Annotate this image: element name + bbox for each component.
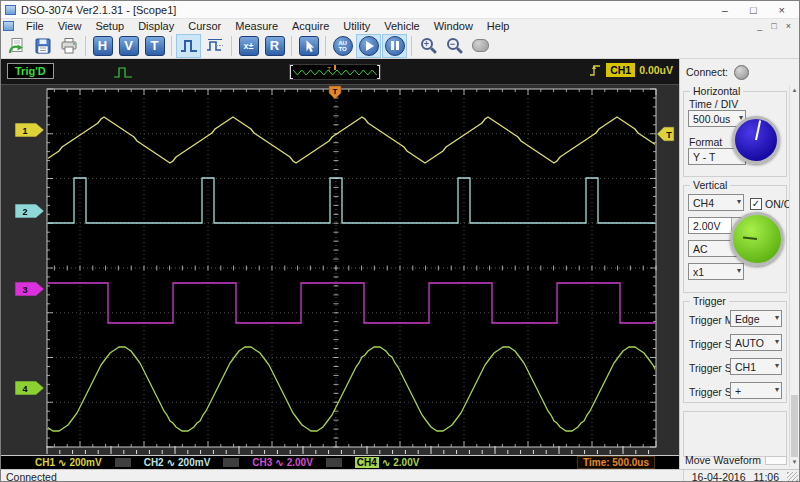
auto-icon: AUTO <box>333 36 353 56</box>
connect-led-icon <box>734 65 749 80</box>
menu-utility[interactable]: Utility <box>336 20 377 33</box>
resize-grip[interactable] <box>787 472 798 482</box>
menu-help[interactable]: Help <box>480 20 517 33</box>
ch1-readout[interactable]: CH1∿200mV <box>31 457 106 468</box>
run-button[interactable] <box>356 34 381 58</box>
channel-2-position-marker[interactable] <box>15 204 44 218</box>
trigger-slope-select[interactable]: +▾ <box>730 382 782 399</box>
menu-view[interactable]: View <box>51 20 89 33</box>
scope-area: Trig'D T CH1 0.00uV <box>1 59 679 469</box>
trigger-mode-select[interactable]: Edge▾ <box>730 310 782 327</box>
trigger-source-badge: CH1 <box>606 63 635 77</box>
vertical-knob[interactable] <box>730 212 784 266</box>
auto-setup-button[interactable]: AUTO <box>330 34 355 58</box>
waveform-display[interactable]: 1234TT <box>1 85 679 456</box>
ch4-readout[interactable]: CH4∿2.00V <box>351 457 424 468</box>
trigger-setup-button[interactable]: T <box>142 34 167 58</box>
horizontal-setup-button[interactable]: H <box>90 34 115 58</box>
play-icon <box>359 36 379 56</box>
menu-setup[interactable]: Setup <box>88 20 131 33</box>
knob-pointer-icon <box>743 237 757 240</box>
ac-coupling-icon: ∿ <box>167 457 175 468</box>
ac-coupling-icon: ∿ <box>275 457 283 468</box>
scroll-down-icon[interactable]: ▼ <box>790 457 799 467</box>
toolbar: H V T x± R AUTO <box>1 33 799 59</box>
horizontal-knob[interactable] <box>732 116 780 164</box>
channel-1-position-marker[interactable] <box>15 123 44 137</box>
preview-wave-icon: T <box>290 65 380 79</box>
toolbar-separator <box>171 36 172 56</box>
save-button[interactable] <box>30 34 55 58</box>
mdi-minimize-button[interactable]: _ <box>757 21 762 31</box>
reserved-group <box>683 411 787 457</box>
menu-vehicle[interactable]: Vehicle <box>377 20 426 33</box>
channel-marker-label: 2 <box>22 207 27 217</box>
format-label: Format <box>689 136 722 148</box>
channel-onoff-checkbox[interactable]: ✓ <box>750 198 762 210</box>
ref-waveform-button[interactable]: R <box>262 34 287 58</box>
readout-separator <box>223 458 239 467</box>
svg-text:T: T <box>327 66 331 72</box>
vertical-group: Vertical CH4▾ ✓ ON/OFF 2.00V ▴▾ AC▾ x1▾ <box>683 185 787 293</box>
menu-display[interactable]: Display <box>131 20 181 33</box>
title-bar: DSO-3074 Ver2.1.31 - [Scope1] – □ × <box>1 1 799 19</box>
chevron-down-icon: ▾ <box>775 361 779 370</box>
waveform-display-button[interactable] <box>176 34 201 58</box>
close-button[interactable]: × <box>779 3 785 17</box>
menu-acquire[interactable]: Acquire <box>285 20 336 33</box>
channel-3-position-marker[interactable] <box>15 282 44 296</box>
ac-coupling-icon: ∿ <box>382 457 390 468</box>
measure-display-button[interactable] <box>202 34 227 58</box>
channel-marker-label: 1 <box>22 126 27 136</box>
ch3-readout[interactable]: CH3∿2.00V <box>248 457 317 468</box>
toolbar-separator <box>231 36 232 56</box>
datetime-panel: 16-04-2016 11:06 <box>683 470 787 482</box>
vertical-setup-button[interactable]: V <box>116 34 141 58</box>
channel-marker-label: 3 <box>22 285 27 295</box>
trigger-source-select[interactable]: CH1▾ <box>730 358 782 375</box>
trigger-level-value: 0.00uV <box>639 64 673 76</box>
open-file-icon <box>7 36 27 56</box>
toolbar-separator <box>85 36 86 56</box>
menu-bar: File View Setup Display Cursor Measure A… <box>1 19 799 33</box>
cursor-arrow-icon <box>299 36 319 56</box>
math-button[interactable]: x± <box>236 34 261 58</box>
move-waveform-track[interactable] <box>765 456 787 465</box>
pause-button[interactable] <box>382 34 407 58</box>
zoom-in-button[interactable]: + <box>416 34 441 58</box>
scrollbar-thumb[interactable] <box>791 395 798 457</box>
chevron-down-icon: ▾ <box>775 337 779 346</box>
open-file-button[interactable] <box>4 34 29 58</box>
menu-cursor[interactable]: Cursor <box>181 20 228 33</box>
vertical-group-title: Vertical <box>690 179 730 191</box>
scroll-up-icon[interactable]: ▲ <box>790 85 799 95</box>
trigger-position-marker-label: T <box>333 87 338 96</box>
toolbar-separator <box>411 36 412 56</box>
menu-window[interactable]: Window <box>427 20 480 33</box>
math-icon: x± <box>239 36 259 56</box>
cursor-button[interactable] <box>296 34 321 58</box>
chevron-down-icon: ▾ <box>737 266 741 275</box>
minimize-button[interactable]: – <box>722 3 728 17</box>
trigger-sweep-select[interactable]: AUTO▾ <box>730 334 782 351</box>
probe-select[interactable]: x1▾ <box>688 263 744 280</box>
status-date: 16-04-2016 <box>692 471 746 482</box>
zoom-out-button[interactable]: − <box>442 34 467 58</box>
scope-display: 1234TT <box>1 85 679 456</box>
panel-scrollbar[interactable]: ▲ ▼ <box>789 85 799 467</box>
horizontal-group-title: Horizontal <box>690 85 743 97</box>
main-area: Trig'D T CH1 0.00uV <box>1 59 799 469</box>
preview-right-bracket <box>377 65 380 79</box>
channel-4-position-marker[interactable] <box>15 381 44 395</box>
control-panel: Connect: Horizontal Time / DIV 500.0us▾ … <box>679 59 799 469</box>
maximize-button[interactable]: □ <box>750 3 757 17</box>
ch2-readout[interactable]: CH2∿200mV <box>140 457 215 468</box>
menu-file[interactable]: File <box>19 20 51 33</box>
channel-select[interactable]: CH4▾ <box>688 194 744 211</box>
ac-coupling-icon: ∿ <box>58 457 66 468</box>
waveform-preview[interactable]: T <box>289 64 381 80</box>
print-button[interactable] <box>56 34 81 58</box>
mdi-close-button[interactable]: × <box>786 21 791 31</box>
menu-measure[interactable]: Measure <box>228 20 285 33</box>
mdi-restore-button[interactable]: □ <box>771 21 776 31</box>
